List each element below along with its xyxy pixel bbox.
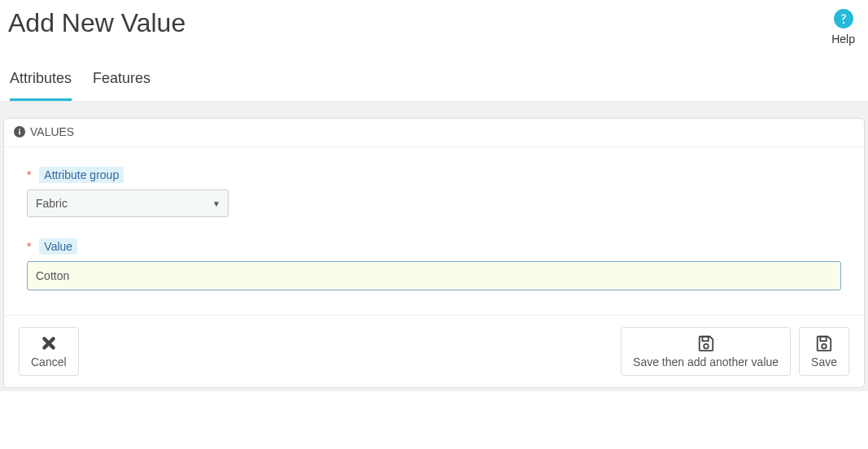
help-button[interactable]: Help (831, 8, 855, 46)
cancel-button[interactable]: Cancel (19, 327, 79, 376)
svg-point-5 (704, 344, 709, 349)
page-title: Add New Value (8, 8, 185, 38)
info-icon (14, 126, 25, 137)
svg-rect-3 (19, 129, 20, 131)
value-label: Value (39, 238, 77, 255)
save-icon (697, 334, 715, 352)
close-icon (40, 334, 58, 352)
save-button-label: Save (811, 355, 837, 368)
tabs: Attributes Features (0, 46, 868, 102)
help-label: Help (831, 33, 855, 46)
save-add-another-label: Save then add another value (633, 355, 779, 368)
help-icon (833, 8, 854, 29)
required-indicator: * (27, 240, 31, 253)
panel-heading: VALUES (4, 119, 864, 147)
svg-point-7 (822, 344, 827, 349)
value-input[interactable] (27, 261, 841, 290)
tab-attributes[interactable]: Attributes (10, 70, 72, 101)
attribute-group-select[interactable]: Fabric (27, 190, 229, 217)
svg-rect-4 (702, 337, 708, 342)
attribute-group-label: Attribute group (39, 167, 124, 183)
save-button[interactable]: Save (799, 327, 849, 376)
cancel-button-label: Cancel (31, 355, 67, 368)
svg-rect-6 (820, 337, 826, 342)
save-icon (815, 334, 833, 352)
panel-heading-text: VALUES (30, 125, 74, 138)
save-add-another-button[interactable]: Save then add another value (621, 327, 791, 376)
values-panel: VALUES * Attribute group Fabric ▼ * Va (3, 118, 865, 388)
svg-rect-2 (19, 131, 20, 134)
required-indicator: * (27, 168, 31, 181)
tab-features[interactable]: Features (93, 70, 150, 101)
